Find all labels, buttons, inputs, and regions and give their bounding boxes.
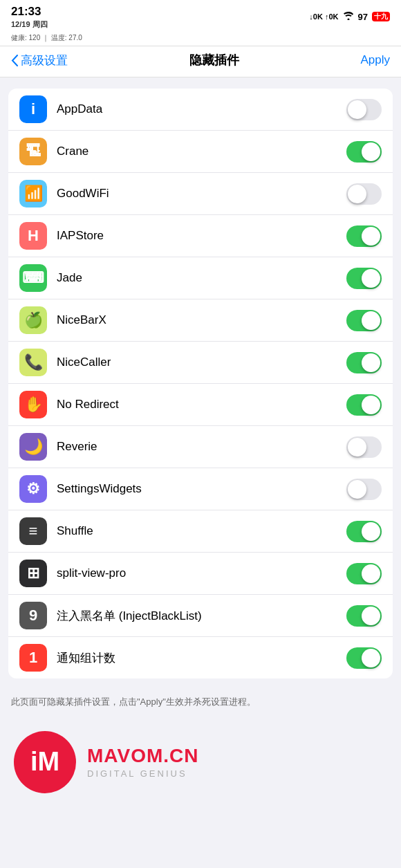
toggle-reverie[interactable] [346, 436, 382, 458]
back-label: 高级设置 [21, 53, 68, 68]
health-label: 健康: 120 [11, 34, 40, 41]
icon-splitviewpro: ⊞ [19, 560, 47, 587]
toggle-notifcount[interactable] [346, 647, 382, 669]
network-status: ↓0K ↑0K [309, 12, 338, 21]
icon-noredirect: ✋ [19, 391, 47, 418]
icon-nicebarx: 🍏 [19, 306, 47, 334]
label-jade: Jade [57, 271, 346, 285]
watermark-sub: DIGITAL GENIUS [87, 768, 198, 779]
label-notifcount: 通知组计数 [57, 650, 346, 666]
label-splitviewpro: split-view-pro [57, 566, 346, 580]
battery-level: 97 [358, 12, 368, 22]
toggle-knob [362, 396, 380, 414]
nav-bar: 高级设置 隐藏插件 Apply [0, 46, 401, 77]
icon-injectblacklist: 9 [19, 602, 47, 629]
toggle-knob [362, 607, 380, 625]
list-item: 📶GoodWiFi [8, 173, 393, 215]
icon-goodwifi: 📶 [19, 180, 47, 207]
toggle-splitviewpro[interactable] [346, 563, 382, 584]
toggle-knob [362, 649, 380, 667]
list-item: 🏗Crane [8, 131, 393, 173]
toggle-knob [362, 227, 380, 246]
label-nicecaller: NiceCaller [57, 355, 346, 369]
list-item: iAppData [8, 89, 393, 131]
wifi-icon [343, 12, 354, 21]
label-iapstore: IAPStore [57, 229, 346, 243]
list-item: ⚙SettingsWidgets [8, 468, 393, 510]
list-item: 🍏NiceBarX [8, 299, 393, 342]
plugin-list: iAppData🏗Crane📶GoodWiFiHIAPStore⌨Jade🍏Ni… [8, 89, 393, 678]
label-appdata: AppData [57, 102, 346, 116]
label-injectblacklist: 注入黑名单 (InjectBlackList) [57, 608, 346, 624]
icon-crane: 🏗 [19, 138, 47, 165]
label-goodwifi: GoodWiFi [57, 187, 346, 201]
toggle-knob [362, 353, 380, 372]
list-item: 📞NiceCaller [8, 342, 393, 384]
label-shuffle: Shuffle [57, 524, 346, 538]
icon-nicecaller: 📞 [19, 349, 47, 376]
toggle-nicecaller[interactable] [346, 352, 382, 373]
label-crane: Crane [57, 145, 346, 158]
list-item: ✋No Redirect [8, 384, 393, 426]
icon-shuffle: ≡ [19, 517, 47, 545]
apply-button[interactable]: Apply [360, 53, 390, 67]
toggle-settingswidgets[interactable] [346, 479, 382, 500]
list-item: ≡Shuffle [8, 510, 393, 553]
toggle-knob [362, 564, 380, 583]
toggle-iapstore[interactable] [346, 225, 382, 247]
list-item: 9注入黑名单 (InjectBlackList) [8, 595, 393, 637]
page-title: 隐藏插件 [189, 52, 239, 68]
toggle-jade[interactable] [346, 268, 382, 289]
health-temp-bar: 健康: 120 ｜ 温度: 27.0 [0, 32, 401, 46]
list-item: HIAPStore [8, 215, 393, 257]
list-item: 🌙Reverie [8, 426, 393, 468]
label-noredirect: No Redirect [57, 398, 346, 412]
watermark-logo: iM [14, 731, 76, 793]
temp-label: 温度: 27.0 [51, 34, 82, 41]
toggle-knob [348, 438, 366, 456]
list-item: ⌨Jade [8, 257, 393, 299]
toggle-knob [362, 269, 380, 288]
toggle-knob [362, 142, 380, 161]
icon-appdata: i [19, 95, 47, 123]
toggle-appdata[interactable] [346, 99, 382, 120]
status-left: 21:33 12/19 周四 [11, 4, 48, 29]
toggle-nicebarx[interactable] [346, 310, 382, 331]
toggle-knob [348, 100, 366, 119]
icon-jade: ⌨ [19, 264, 47, 292]
icon-notifcount: 1 [19, 644, 47, 672]
toggle-shuffle[interactable] [346, 521, 382, 542]
toggle-knob [348, 480, 366, 499]
watermark-text: MAVOM.CN DIGITAL GENIUS [87, 745, 198, 779]
toggle-crane[interactable] [346, 141, 382, 163]
label-nicebarx: NiceBarX [57, 313, 346, 327]
toggle-knob [362, 522, 380, 541]
toggle-noredirect[interactable] [346, 394, 382, 416]
icon-settingswidgets: ⚙ [19, 475, 47, 503]
list-item: ⊞split-view-pro [8, 553, 393, 595]
separator: ｜ [42, 34, 51, 41]
notification-badge: 十九 [372, 12, 390, 21]
icon-reverie: 🌙 [19, 433, 47, 461]
status-right: ↓0K ↑0K 97 十九 [309, 12, 390, 22]
label-reverie: Reverie [57, 440, 346, 454]
toggle-knob [362, 311, 380, 330]
status-date: 12/19 周四 [11, 19, 48, 29]
list-item: 1通知组计数 [8, 637, 393, 678]
status-time: 21:33 [11, 4, 48, 19]
status-bar: 21:33 12/19 周四 ↓0K ↑0K 97 十九 [0, 0, 401, 32]
icon-iapstore: H [19, 222, 47, 250]
back-button[interactable]: 高级设置 [11, 53, 68, 68]
watermark-main: MAVOM.CN [87, 745, 198, 767]
toggle-knob [348, 185, 366, 203]
toggle-injectblacklist[interactable] [346, 605, 382, 627]
footer-note: 此页面可隐藏某插件设置，点击"Apply"生效并杀死设置进程。 [0, 690, 401, 717]
toggle-goodwifi[interactable] [346, 183, 382, 205]
label-settingswidgets: SettingsWidgets [57, 482, 346, 496]
watermark: iM MAVOM.CN DIGITAL GENIUS [0, 717, 401, 814]
